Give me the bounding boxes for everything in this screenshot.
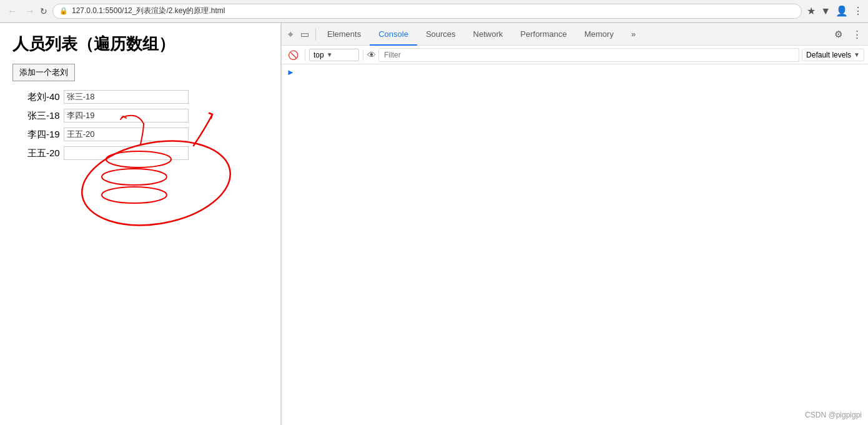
console-expand-arrow[interactable]: ►	[287, 68, 295, 77]
levels-selector[interactable]: Default levels ▼	[802, 49, 864, 61]
tab-sources[interactable]: Sources	[417, 24, 465, 46]
bookmarks-icon[interactable]: ★	[807, 5, 816, 17]
levels-text: Default levels	[806, 51, 851, 59]
person-label-2: 李四-19	[27, 129, 60, 141]
devtools-topbar: ⌖ ▭ Elements Console Sources Network Per…	[282, 23, 868, 46]
watermark: CSDN @pigpigpi	[805, 411, 862, 419]
filter-input[interactable]	[378, 48, 799, 62]
back-button[interactable]: ←	[5, 4, 20, 18]
context-value: top	[313, 51, 324, 59]
levels-arrow-icon: ▼	[854, 51, 860, 58]
list-item: 王五-20	[27, 146, 268, 160]
context-selector[interactable]: top ▼	[309, 49, 359, 61]
menu-icon[interactable]: ⋮	[853, 5, 863, 17]
add-person-button[interactable]: 添加一个老刘	[12, 64, 75, 81]
page-title: 人员列表（遍历数组）	[12, 33, 268, 55]
svg-point-2	[102, 169, 167, 185]
tab-more[interactable]: »	[623, 24, 644, 46]
tab-elements[interactable]: Elements	[318, 24, 370, 46]
eye-button[interactable]: 👁	[367, 50, 376, 60]
ct-sep1	[305, 49, 305, 61]
profile-icon[interactable]: 👤	[836, 5, 848, 17]
list-item: 张三-18	[27, 109, 268, 122]
list-item: 李四-19	[27, 128, 268, 141]
person-label-3: 王五-20	[27, 148, 60, 159]
device-toolbar-button[interactable]: ▭	[297, 26, 313, 42]
svg-point-3	[102, 187, 167, 203]
clear-console-button[interactable]: 🚫	[285, 49, 301, 61]
tab-performance[interactable]: Performance	[511, 24, 575, 46]
devtools-panel: ⌖ ▭ Elements Console Sources Network Per…	[281, 23, 868, 425]
person-input-0[interactable]	[64, 90, 189, 104]
console-toolbar: 🚫 top ▼ 👁 Default levels ▼	[282, 46, 868, 64]
lock-icon: 🔒	[59, 7, 68, 15]
console-content: ►	[282, 64, 868, 425]
tab-network[interactable]: Network	[465, 24, 512, 46]
person-input-3[interactable]	[64, 146, 189, 160]
person-label-1: 张三-18	[27, 110, 60, 122]
address-bar[interactable]: 🔒 127.0.0.1:5500/12_列表渲染/2.key的原理.html	[52, 4, 802, 19]
context-arrow-icon: ▼	[327, 51, 333, 58]
webpage-panel: 人员列表（遍历数组） 添加一个老刘 老刘-40 张三-18 李四-19 王五-2…	[0, 23, 281, 425]
person-input-2[interactable]	[64, 128, 189, 141]
devtools-settings-button[interactable]: ⚙	[831, 26, 846, 42]
extension-icon[interactable]: ▼	[821, 6, 831, 17]
list-item: 老刘-40	[27, 90, 268, 104]
url-text: 127.0.0.1:5500/12_列表渲染/2.key的原理.html	[72, 6, 225, 16]
tab-memory[interactable]: Memory	[576, 24, 623, 46]
nav-right: ★ ▼ 👤 ⋮	[807, 5, 863, 17]
nav-buttons: ← → ↻	[5, 4, 47, 18]
forward-button[interactable]: →	[22, 4, 37, 18]
devtools-tabs: Elements Console Sources Network Perform…	[318, 23, 644, 45]
person-label-0: 老刘-40	[27, 91, 60, 103]
main-layout: 人员列表（遍历数组） 添加一个老刘 老刘-40 张三-18 李四-19 王五-2…	[0, 23, 868, 425]
devtools-right-icons: ⚙ ⋮	[828, 26, 866, 42]
person-list: 老刘-40 张三-18 李四-19 王五-20	[12, 90, 268, 160]
devtools-menu-button[interactable]: ⋮	[849, 26, 866, 42]
tab-console[interactable]: Console	[370, 24, 417, 46]
toolbar-separator	[315, 28, 316, 41]
inspect-element-button[interactable]: ⌖	[284, 26, 297, 42]
ct-sep2	[363, 49, 363, 61]
person-input-1[interactable]	[64, 109, 189, 122]
nav-bar: ← → ↻ 🔒 127.0.0.1:5500/12_列表渲染/2.key的原理.…	[0, 0, 868, 22]
refresh-button[interactable]: ↻	[40, 6, 47, 16]
